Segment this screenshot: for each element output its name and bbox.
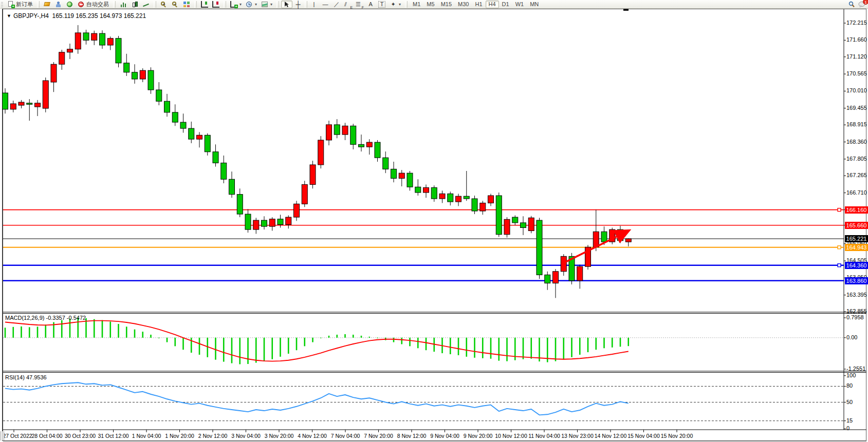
- trendline-icon: ／: [333, 1, 340, 8]
- candle: [27, 103, 32, 104]
- candle: [553, 272, 559, 283]
- candle: [197, 135, 202, 139]
- time-label: 1 Nov 20:00: [165, 433, 194, 439]
- arrows-tool-button[interactable]: ✦▾: [387, 1, 403, 8]
- add-indicator-button[interactable]: +▾: [228, 1, 244, 8]
- line-chart-button[interactable]: [140, 1, 152, 8]
- candle: [464, 196, 469, 199]
- zoom-out-button[interactable]: −: [170, 1, 181, 8]
- candle: [399, 173, 404, 178]
- text-tool-button[interactable]: A: [365, 1, 376, 8]
- autotrade-button[interactable]: 自动交易: [76, 1, 111, 8]
- zoom-in-icon: +: [160, 1, 168, 8]
- tile-windows-icon: [183, 1, 190, 8]
- candle: [148, 70, 154, 90]
- toolbar-separator: [154, 1, 156, 8]
- timeframe-button-m1[interactable]: M1: [410, 1, 423, 8]
- toolbar-grip[interactable]: [1, 2, 3, 7]
- candle: [19, 102, 24, 105]
- equidistant-channel-icon: ⫽E: [344, 1, 352, 8]
- auto-scroll-icon: [201, 1, 208, 8]
- navigator-icon: [55, 1, 62, 8]
- candle: [625, 239, 631, 242]
- candlestick-chart-button[interactable]: [129, 1, 140, 8]
- tile-windows-button[interactable]: [181, 1, 192, 8]
- time-label: 3 Nov 04:00: [231, 433, 261, 439]
- timeframe-button-mn[interactable]: MN: [527, 1, 542, 8]
- time-label: 30 Oct 23:00: [65, 433, 96, 439]
- time-label: 7 Nov 20:00: [364, 433, 393, 439]
- time-label: 14 Nov 12:00: [595, 433, 626, 439]
- corner-grip[interactable]: [1, 431, 4, 440]
- macd-label: MACD(12,26,9) -0.3357 -0.5472: [5, 315, 86, 321]
- timeframe-button-h4[interactable]: H4: [486, 1, 499, 8]
- channel-tool-button[interactable]: ⫽E: [342, 1, 354, 8]
- toolbar-separator: [37, 1, 40, 8]
- price-tick-168.915: 168.915: [846, 121, 867, 127]
- time-label: 9 Nov 20:00: [464, 433, 493, 439]
- timeframe-button-w1[interactable]: W1: [512, 1, 527, 8]
- chart-canvas[interactable]: [0, 0, 868, 442]
- candle: [407, 173, 413, 187]
- notifications-icon[interactable]: 1: [858, 1, 866, 8]
- time-label: 7 Nov 04:00: [331, 433, 360, 439]
- cursor-tool-button[interactable]: [281, 1, 292, 8]
- candle: [318, 140, 324, 165]
- time-label: 13 Nov 23:00: [561, 433, 593, 439]
- auto-scroll-button[interactable]: [199, 1, 210, 8]
- hline-tool-button[interactable]: —: [320, 1, 331, 8]
- fibonacci-tool-button[interactable]: ☰F: [354, 1, 365, 8]
- timeframe-button-m5[interactable]: M5: [423, 1, 437, 8]
- new-order-label: 新订单: [16, 1, 33, 8]
- new-order-button[interactable]: + 新订单: [5, 1, 35, 8]
- timeframe-button-m15[interactable]: M15: [438, 1, 455, 8]
- periods-clock-icon: [246, 1, 253, 8]
- zoom-in-button[interactable]: +: [158, 1, 170, 8]
- rsi-tick-0: 0: [846, 425, 849, 431]
- periods-button[interactable]: ▾: [244, 1, 259, 8]
- navigator-button[interactable]: [53, 1, 64, 8]
- chart-shift-button[interactable]: [210, 1, 221, 8]
- crosshair-tool-button[interactable]: ┼: [292, 1, 304, 8]
- candle: [237, 195, 243, 214]
- candle: [537, 220, 542, 275]
- candle: [269, 219, 275, 226]
- candle: [278, 219, 283, 225]
- vline-tool-button[interactable]: |: [308, 1, 320, 8]
- candle: [448, 194, 453, 202]
- candle: [310, 165, 316, 184]
- time-label: 1 Nov 04:00: [132, 433, 161, 439]
- candle: [3, 93, 8, 109]
- candle: [67, 49, 73, 52]
- vertical-line-icon: |: [310, 1, 318, 8]
- timeframe-button-h1[interactable]: H1: [472, 1, 485, 8]
- chart-symbol-label: GBPJPY-,H4: [13, 12, 49, 20]
- candle: [100, 33, 105, 45]
- bar-chart-button[interactable]: [118, 1, 129, 8]
- label-tool-button[interactable]: T: [376, 1, 387, 8]
- timeframe-button-d1[interactable]: D1: [499, 1, 512, 8]
- candle: [496, 196, 502, 235]
- signals-button[interactable]: [64, 1, 76, 8]
- candle: [229, 179, 235, 194]
- price-tick-167.805: 167.805: [846, 156, 867, 162]
- candle: [43, 81, 48, 108]
- candle: [472, 199, 477, 211]
- trendline-tool-button[interactable]: ／: [331, 1, 342, 8]
- search-icon[interactable]: [848, 1, 855, 8]
- text-label-icon: T: [378, 1, 385, 8]
- candle: [286, 217, 291, 224]
- notification-count-badge: 1: [863, 0, 868, 5]
- candle: [245, 214, 251, 229]
- candle: [521, 223, 526, 228]
- toolbar-separator: [405, 1, 408, 8]
- timeframe-button-m30[interactable]: M30: [455, 1, 472, 8]
- chart-title-collapse-icon[interactable]: ▼: [7, 13, 11, 18]
- price-badge-163.860: 163.860: [845, 277, 868, 284]
- price-tick-170.010: 170.010: [846, 87, 867, 93]
- market-watch-button[interactable]: [42, 1, 53, 8]
- candle: [156, 90, 162, 101]
- templates-button[interactable]: ▾: [259, 1, 274, 8]
- rsi-tick-100: 100: [846, 372, 856, 378]
- candle: [302, 184, 307, 204]
